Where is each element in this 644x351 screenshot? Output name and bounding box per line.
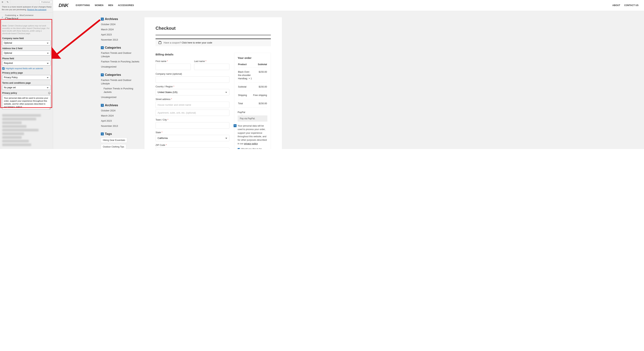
- last-name-input[interactable]: [194, 64, 229, 70]
- category-link[interactable]: Uncategorized: [101, 96, 140, 99]
- category-link[interactable]: Fashion Trends and Outdoor Lifestyle: [101, 78, 140, 85]
- nav-about[interactable]: ABOUT: [612, 4, 620, 6]
- town-label: Town / City *: [156, 118, 229, 121]
- widget-categories: ✎ Categories Fashion Trends and Outdoor …: [101, 46, 140, 68]
- edit-icon[interactable]: ✎: [101, 132, 104, 135]
- nav-accessories[interactable]: ACCESSORIES: [118, 4, 134, 6]
- first-name-input[interactable]: [156, 64, 191, 70]
- category-sublink[interactable]: Fashion Trends in Punching Jackets: [101, 87, 140, 94]
- secondary-nav: ABOUT CONTACT US: [612, 4, 638, 6]
- company-label: Company name (optional): [156, 73, 229, 75]
- customizer-panel: ✕ ✎ Published There is a more recent aut…: [0, 0, 53, 149]
- nav-contact[interactable]: CONTACT US: [624, 4, 638, 6]
- category-link[interactable]: Fashion Trends in Punching Jackets: [101, 60, 140, 63]
- last-name-label: Last name *: [194, 60, 229, 62]
- phone-label: Phone field: [2, 57, 51, 60]
- archive-link[interactable]: October 2024: [101, 23, 140, 26]
- category-link[interactable]: Uncategorized: [101, 65, 140, 69]
- archive-link[interactable]: March 2024: [101, 114, 140, 118]
- edit-icon[interactable]: ✎: [101, 104, 104, 107]
- widget-archives-2: ✎ Archives October 2024 March 2024 April…: [101, 103, 140, 128]
- state-label: State *: [156, 131, 229, 134]
- widget-tags: ✎ Tags Hiking Gear Essentials Outdoor Cl…: [101, 132, 140, 149]
- widget-title: Tags: [105, 132, 112, 136]
- privacy-note: ✎ Your personal data will be used to pro…: [238, 124, 267, 145]
- highlight-checkbox[interactable]: [2, 67, 4, 70]
- blurred-section: [0, 111, 53, 149]
- paypal-label[interactable]: PayPal: [238, 111, 267, 114]
- zip-input[interactable]: [156, 147, 229, 149]
- widget-title: Archives: [105, 103, 118, 107]
- tag[interactable]: Hiking Gear Essentials: [101, 138, 127, 143]
- highlight-checkbox-row[interactable]: Highlight required fields with an asteri…: [2, 67, 51, 70]
- restore-autosave-link[interactable]: Restore the autosave: [27, 8, 46, 11]
- archive-link[interactable]: November 2013: [101, 124, 140, 128]
- customizer-body: Note: Certain Checkout page options may …: [0, 22, 53, 111]
- widget-title: Categories: [105, 73, 121, 77]
- privacy-text-label: Privacy policy ?: [2, 92, 51, 94]
- nav-everything[interactable]: EVERYTHING: [76, 4, 90, 6]
- company-select[interactable]: Optional: [2, 40, 51, 45]
- nav-women[interactable]: WOMEN: [95, 4, 104, 6]
- help-icon[interactable]: ?: [48, 92, 51, 94]
- order-column: Your order Product Subtotal Black Over-t…: [234, 53, 271, 149]
- breadcrumb-customizing: Customizing: [5, 14, 16, 16]
- company-input[interactable]: [156, 76, 229, 83]
- archive-link[interactable]: November 2013: [101, 38, 140, 42]
- invite-checkbox[interactable]: [238, 148, 240, 149]
- archive-link[interactable]: April 2023: [101, 119, 140, 123]
- addr2-label: Address line 2 field: [2, 47, 51, 50]
- order-table: Product Subtotal Black Over-the-shoulder…: [238, 63, 267, 108]
- site-header: DNK EVERYTHING WOMEN MEN ACCESSORIES ABO…: [53, 0, 644, 11]
- order-total-row: Total $150.00: [238, 100, 267, 107]
- first-name-label: First name *: [156, 60, 191, 62]
- edit-icon[interactable]: ✎: [101, 73, 104, 76]
- widget-title: Archives: [105, 17, 118, 21]
- terms-select[interactable]: No page set: [2, 85, 51, 90]
- company-label: Company name field: [2, 37, 51, 40]
- billing-column: Billing details First name * Last name *: [156, 53, 229, 149]
- widget-categories-2: ✎ Categories Fashion Trends and Outdoor …: [101, 73, 140, 99]
- order-item-row: Black Over-the-shoulder Handbag × 1 $150…: [238, 68, 267, 83]
- primary-nav: EVERYTHING WOMEN MEN ACCESSORIES: [76, 4, 134, 6]
- addr2-select[interactable]: Optional: [2, 51, 51, 55]
- order-shipping-row: Shipping Free shipping: [238, 91, 267, 99]
- invite-row[interactable]: Would you like to be invited: [238, 148, 267, 149]
- pencil-icon[interactable]: ✎: [5, 0, 10, 4]
- breadcrumb-sep: ▸: [17, 14, 18, 16]
- back-icon[interactable]: ‹: [2, 15, 3, 19]
- archive-link[interactable]: March 2024: [101, 28, 140, 31]
- edit-icon[interactable]: ✎: [101, 18, 104, 20]
- highlight-label: Highlight required fields with an asteri…: [6, 67, 43, 69]
- street1-input[interactable]: [156, 102, 229, 108]
- privacy-page-select[interactable]: Privacy Policy: [2, 75, 51, 80]
- zip-label: ZIP Code *: [156, 144, 229, 146]
- privacy-link[interactable]: privacy policy: [244, 142, 258, 145]
- site-logo[interactable]: DNK: [58, 2, 68, 8]
- archive-link[interactable]: April 2023: [101, 33, 140, 36]
- widget-archives: ✎ Archives October 2024 March 2024 April…: [101, 17, 140, 41]
- edit-icon[interactable]: ✎: [234, 124, 236, 127]
- phone-select[interactable]: Required: [2, 61, 51, 65]
- street2-input[interactable]: [156, 109, 229, 116]
- coupon-link[interactable]: Click here to enter your code: [182, 41, 212, 44]
- state-select[interactable]: California: [156, 135, 229, 141]
- terms-label: Terms and conditions page: [2, 82, 51, 84]
- nav-men[interactable]: MEN: [108, 4, 113, 6]
- coupon-bar[interactable]: Have a coupon? Click here to enter your …: [156, 38, 271, 46]
- category-link[interactable]: Fashion Trends and Outdoor Lifestyle: [101, 51, 140, 58]
- archive-link[interactable]: October 2024: [101, 109, 140, 112]
- country-select[interactable]: United States (US): [156, 89, 229, 95]
- privacy-textarea[interactable]: [2, 95, 51, 109]
- edit-icon[interactable]: ✎: [101, 46, 104, 49]
- customizer-topbar: ✕ ✎ Published: [0, 0, 53, 4]
- autosave-notice: There is a more recent autosave of your …: [0, 4, 53, 13]
- close-icon[interactable]: ✕: [0, 0, 5, 4]
- tag[interactable]: Outdoor Clothing Tips: [101, 144, 126, 149]
- checkout-main: Checkout Have a coupon? Click here to en…: [144, 17, 282, 149]
- th-product: Product: [238, 63, 253, 68]
- dismiss-icon[interactable]: ⊘: [50, 5, 52, 9]
- town-input[interactable]: [156, 122, 229, 129]
- paypal-desc: Pay via PayPal.: [238, 115, 267, 122]
- checkout-note: Note: Certain Checkout page options may …: [2, 24, 51, 35]
